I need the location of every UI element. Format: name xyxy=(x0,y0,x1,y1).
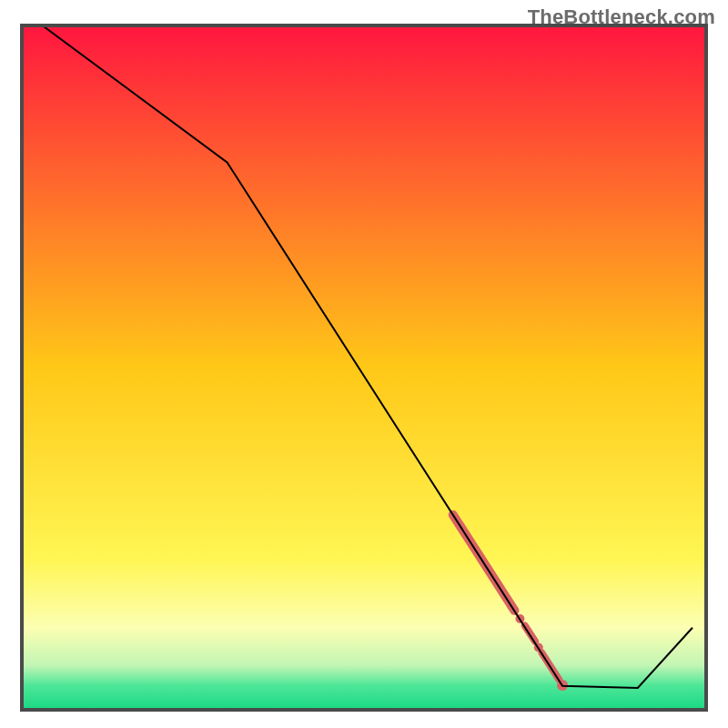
bottleneck-chart: TheBottleneck.com xyxy=(0,0,728,728)
gradient-background xyxy=(22,25,706,710)
watermark-text: TheBottleneck.com xyxy=(528,5,715,29)
plot-area xyxy=(22,25,706,710)
chart-svg xyxy=(0,0,728,728)
